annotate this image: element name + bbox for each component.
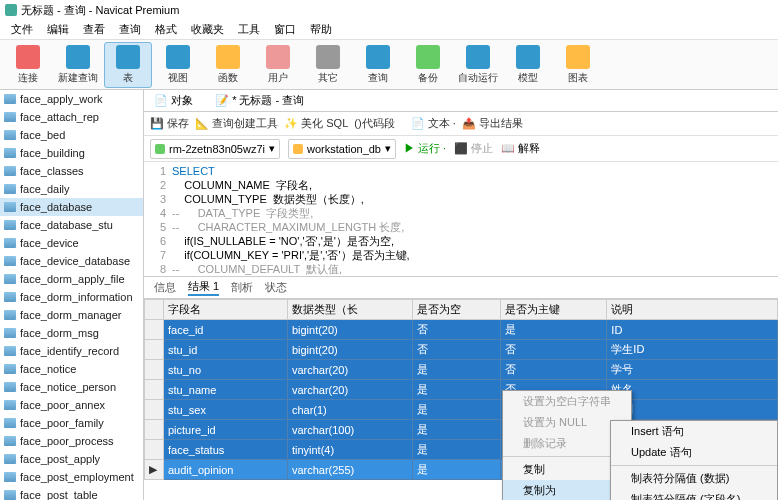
table-item[interactable]: face_notice xyxy=(0,360,143,378)
grid-cell[interactable]: picture_id xyxy=(164,420,288,440)
column-header[interactable]: 数据类型（长 xyxy=(287,300,412,320)
context-item[interactable]: 制表符分隔值 (数据) xyxy=(611,468,777,489)
menu-item[interactable]: 格式 xyxy=(149,20,183,39)
grid-cell[interactable]: audit_opinion xyxy=(164,460,288,480)
grid-cell[interactable]: bigint(20) xyxy=(287,340,412,360)
grid-cell[interactable]: 是 xyxy=(500,320,606,340)
toolbar-其它[interactable]: 其它 xyxy=(304,42,352,88)
explain-button[interactable]: 📖 解释 xyxy=(501,141,540,156)
table-item[interactable]: face_poor_process xyxy=(0,432,143,450)
grid-cell[interactable]: ID xyxy=(607,320,778,340)
grid-cell[interactable]: varchar(255) xyxy=(287,460,412,480)
code-segment-button[interactable]: ()代码段 xyxy=(354,116,394,131)
table-item[interactable]: face_daily xyxy=(0,180,143,198)
context-item[interactable]: 制表符分隔值 (字段名) xyxy=(611,489,777,500)
tab-result[interactable]: 结果 1 xyxy=(188,279,219,296)
grid-cell[interactable]: stu_no xyxy=(164,360,288,380)
grid-cell[interactable]: varchar(20) xyxy=(287,380,412,400)
grid-cell[interactable]: 是 xyxy=(412,420,500,440)
grid-cell[interactable]: 学号 xyxy=(607,360,778,380)
table-item[interactable]: face_device_database xyxy=(0,252,143,270)
grid-cell[interactable]: varchar(100) xyxy=(287,420,412,440)
table-item[interactable]: face_poor_family xyxy=(0,414,143,432)
grid-cell[interactable]: face_id xyxy=(164,320,288,340)
table-item[interactable]: face_classes xyxy=(0,162,143,180)
grid-cell[interactable]: tinyint(4) xyxy=(287,440,412,460)
table-item[interactable]: face_bed xyxy=(0,126,143,144)
menu-item[interactable]: 工具 xyxy=(232,20,266,39)
table-item[interactable]: face_attach_rep xyxy=(0,108,143,126)
table-item[interactable]: face_building xyxy=(0,144,143,162)
toolbar-用户[interactable]: 用户 xyxy=(254,42,302,88)
text-button[interactable]: 文本 · xyxy=(428,117,456,129)
toolbar-视图[interactable]: 视图 xyxy=(154,42,202,88)
table-list-sidebar[interactable]: face_apply_workface_attach_repface_bedfa… xyxy=(0,90,144,500)
grid-cell[interactable]: 是 xyxy=(412,360,500,380)
toolbar-自动运行[interactable]: 自动运行 xyxy=(454,42,502,88)
table-item[interactable]: face_dorm_information xyxy=(0,288,143,306)
run-button[interactable]: ▶ 运行 · xyxy=(404,141,446,156)
menu-item[interactable]: 查看 xyxy=(77,20,111,39)
table-item[interactable]: face_apply_work xyxy=(0,90,143,108)
query-builder-button[interactable]: 📐 查询创建工具 xyxy=(195,116,278,131)
column-header[interactable]: 说明 xyxy=(607,300,778,320)
grid-cell[interactable]: face_status xyxy=(164,440,288,460)
sql-editor[interactable]: 123456789 SELECT COLUMN_NAME 字段名, COLUMN… xyxy=(144,162,778,277)
grid-cell[interactable]: 是 xyxy=(412,380,500,400)
tab-status[interactable]: 状态 xyxy=(265,280,287,295)
toolbar-模型[interactable]: 模型 xyxy=(504,42,552,88)
toolbar-连接[interactable]: 连接 xyxy=(4,42,52,88)
table-item[interactable]: face_poor_annex xyxy=(0,396,143,414)
database-combo[interactable]: workstation_db▾ xyxy=(288,139,396,159)
table-item[interactable]: face_post_table xyxy=(0,486,143,500)
tab-objects[interactable]: 📄 对象 xyxy=(148,91,199,110)
table-item[interactable]: face_device xyxy=(0,234,143,252)
export-button[interactable]: 📤 导出结果 xyxy=(462,116,523,131)
grid-cell[interactable]: stu_sex xyxy=(164,400,288,420)
menu-item[interactable]: 帮助 xyxy=(304,20,338,39)
grid-cell[interactable]: stu_id xyxy=(164,340,288,360)
toolbar-新建查询[interactable]: 新建查询 xyxy=(54,42,102,88)
stop-button[interactable]: ⬛ 停止 xyxy=(454,141,493,156)
table-item[interactable]: face_dorm_manager xyxy=(0,306,143,324)
grid-cell[interactable]: 否 xyxy=(500,360,606,380)
grid-cell[interactable]: 否 xyxy=(412,340,500,360)
grid-cell[interactable]: 否 xyxy=(412,320,500,340)
column-header[interactable]: 字段名 xyxy=(164,300,288,320)
grid-cell[interactable]: 否 xyxy=(500,340,606,360)
save-button[interactable]: 💾 保存 xyxy=(150,116,189,131)
menu-item[interactable]: 窗口 xyxy=(268,20,302,39)
toolbar-函数[interactable]: 函数 xyxy=(204,42,252,88)
menu-item[interactable]: 编辑 xyxy=(41,20,75,39)
column-header[interactable]: 是否为空 xyxy=(412,300,500,320)
menu-item[interactable]: 收藏夹 xyxy=(185,20,230,39)
context-item[interactable]: Update 语句 xyxy=(611,442,777,463)
toolbar-表[interactable]: 表 xyxy=(104,42,152,88)
grid-cell[interactable]: 是 xyxy=(412,460,500,480)
context-item[interactable]: Insert 语句 xyxy=(611,421,777,442)
column-header[interactable]: 是否为主键 xyxy=(500,300,606,320)
tab-info[interactable]: 信息 xyxy=(154,280,176,295)
toolbar-图表[interactable]: 图表 xyxy=(554,42,602,88)
menu-item[interactable]: 文件 xyxy=(5,20,39,39)
grid-cell[interactable]: char(1) xyxy=(287,400,412,420)
tab-profile[interactable]: 剖析 xyxy=(231,280,253,295)
table-item[interactable]: face_dorm_apply_file xyxy=(0,270,143,288)
table-item[interactable]: face_dorm_msg xyxy=(0,324,143,342)
beautify-sql-button[interactable]: ✨ 美化 SQL xyxy=(284,116,348,131)
menu-item[interactable]: 查询 xyxy=(113,20,147,39)
toolbar-备份[interactable]: 备份 xyxy=(404,42,452,88)
tab-query[interactable]: 📝 * 无标题 - 查询 xyxy=(209,91,310,110)
table-item[interactable]: face_database xyxy=(0,198,143,216)
table-item[interactable]: face_post_employment xyxy=(0,468,143,486)
grid-cell[interactable]: 性别 xyxy=(607,400,778,420)
connection-combo[interactable]: rm-2zetn83n05wz7i▾ xyxy=(150,139,280,159)
table-item[interactable]: face_database_stu xyxy=(0,216,143,234)
grid-cell[interactable]: bigint(20) xyxy=(287,320,412,340)
grid-cell[interactable]: varchar(20) xyxy=(287,360,412,380)
toolbar-查询[interactable]: 查询 xyxy=(354,42,402,88)
grid-cell[interactable]: 是 xyxy=(412,400,500,420)
grid-cell[interactable]: 学生ID xyxy=(607,340,778,360)
grid-cell[interactable]: 是 xyxy=(412,440,500,460)
context-submenu[interactable]: Insert 语句Update 语句制表符分隔值 (数据)制表符分隔值 (字段名… xyxy=(610,420,778,500)
